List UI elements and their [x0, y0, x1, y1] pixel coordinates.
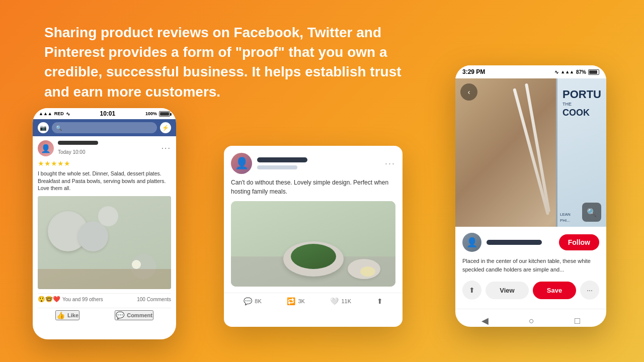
- fb-comment-button[interactable]: 💬 Comment: [115, 310, 153, 320]
- fb-reaction-summary: 😲🤓❤️ You and 99 others: [38, 296, 103, 303]
- pin-nav-back[interactable]: ◀: [481, 315, 489, 326]
- pin-follow-button[interactable]: Follow: [559, 234, 599, 250]
- tw-like-count: 11K: [341, 298, 351, 304]
- fb-more-options[interactable]: ···: [162, 144, 171, 153]
- pin-nav-home[interactable]: ○: [529, 316, 534, 326]
- tw-retweet-count: 3K: [298, 298, 304, 304]
- fb-navbar: 📷 🔍 ⚡: [33, 119, 176, 136]
- pin-scan-icon: 🔍: [587, 208, 597, 217]
- pin-more-options[interactable]: ···: [580, 281, 599, 300]
- pin-actions: ⬆ View Save ···: [462, 281, 599, 300]
- pin-back-button[interactable]: ‹: [460, 83, 477, 101]
- pin-scan-button[interactable]: 🔍: [582, 203, 601, 222]
- pin-book-subtitle: LEAN: [560, 212, 571, 217]
- tw-heart-icon: 🤍: [330, 297, 339, 305]
- pin-share-button[interactable]: ⬆: [462, 281, 481, 300]
- tw-stats: 💬 8K 🔁 3K 🤍 11K ⬆: [224, 293, 403, 309]
- pin-battery-pct: 87%: [576, 69, 586, 75]
- fb-plate-small: [98, 206, 118, 226]
- pin-name-bar: [487, 240, 542, 245]
- fb-status-left: ▲▲▲ RED ∿: [39, 111, 70, 117]
- fb-reactions: 😲🤓❤️ You and 99 others 100 Comments: [38, 293, 171, 305]
- fb-search-icon: 🔍: [56, 125, 62, 131]
- pin-chevron-left-icon: ‹: [468, 88, 470, 96]
- tw-comment-stat[interactable]: 💬 8K: [244, 297, 261, 305]
- pin-book-author: PHI...: [560, 218, 570, 223]
- fb-network-label: RED: [54, 111, 64, 116]
- tw-avatar-image: 👤: [235, 157, 249, 170]
- fb-post-header: 👤 Today 10:00 ···: [38, 140, 171, 156]
- fb-like-button[interactable]: 👍 Like: [55, 310, 79, 320]
- fb-like-icon: 👍: [56, 311, 65, 319]
- pin-book-title-portu: PORTU: [562, 88, 601, 101]
- fb-avatar: 👤: [38, 140, 54, 156]
- pin-wifi-icon: ∿: [554, 69, 558, 75]
- tw-comment-count: 8K: [255, 298, 261, 304]
- tw-bowl-inner-greens: [291, 244, 336, 269]
- fb-plate-medium: [78, 221, 108, 251]
- pin-status-bar: 3:29 PM ∿ ▲▲▲ 87%: [455, 65, 606, 78]
- pin-battery-fill: [589, 70, 597, 74]
- fb-comment-label: Comment: [127, 312, 152, 318]
- pin-battery-icon: [588, 69, 599, 75]
- fb-time: 10:01: [100, 110, 116, 117]
- pin-book-title-area: PORTU THE COOK: [562, 88, 601, 118]
- pin-post-header: 👤 Follow: [462, 233, 599, 252]
- fb-reaction-icons: 😲🤓❤️: [38, 296, 60, 303]
- fb-comment-count: 100 Comments: [137, 297, 171, 302]
- tw-bowl-scene: [231, 201, 395, 287]
- fb-like-label: Like: [67, 312, 78, 318]
- fb-name-bar: [58, 141, 98, 145]
- tw-lemon: [360, 266, 375, 277]
- fb-status-right: 100%: [145, 111, 170, 117]
- fb-wooden-board: [38, 269, 171, 289]
- tw-avatar: 👤: [231, 153, 252, 174]
- pin-post-image: PORTU THE COOK LEAN PHI... ‹ 🔍: [455, 78, 606, 227]
- tw-retweet-icon: 🔁: [287, 297, 295, 305]
- tw-review-text: Can't do without these. Lovely simple de…: [224, 178, 403, 201]
- fb-reaction-count: You and 99 others: [62, 297, 103, 302]
- tw-share-icon[interactable]: ⬆: [377, 297, 383, 305]
- tw-handle-bar: [257, 165, 297, 169]
- fb-avatar-image: 👤: [38, 140, 54, 156]
- fb-search-bar[interactable]: 🔍: [52, 122, 157, 133]
- fb-status-bar: ▲▲▲ RED ∿ 10:01 100%: [33, 108, 176, 119]
- pin-content-area: 👤 Follow Placed in the center of our kit…: [455, 227, 606, 306]
- pin-save-button[interactable]: Save: [533, 282, 576, 299]
- fb-camera-icon[interactable]: 📷: [38, 122, 49, 133]
- pin-nav-bar: ◀ ○ □: [455, 309, 606, 327]
- pin-user-info: [487, 240, 559, 245]
- fb-plate-scene: [38, 196, 171, 289]
- fb-actions: 👍 Like 💬 Comment: [38, 308, 171, 322]
- pin-book-title-cook: COOK: [562, 108, 601, 118]
- pin-nav-recents[interactable]: □: [575, 316, 580, 326]
- pin-view-button[interactable]: View: [486, 282, 529, 299]
- headline-text: Sharing product reviews on Facebook, Twi…: [44, 23, 417, 102]
- fb-comment-icon: 💬: [116, 311, 124, 319]
- fb-messenger-icon[interactable]: ⚡: [160, 122, 171, 133]
- facebook-phone: ▲▲▲ RED ∿ 10:01 100% 📷 🔍 ⚡ 👤 Today 10:00: [33, 108, 176, 339]
- twitter-post-card: 👤 ··· Can't do without these. Lovely sim…: [224, 146, 403, 327]
- tw-comment-icon: 💬: [244, 297, 252, 305]
- pin-description: Placed in the center of our kitchen tabl…: [462, 257, 599, 274]
- pin-time: 3:29 PM: [462, 68, 485, 75]
- tw-user-info: [257, 157, 385, 169]
- fb-battery-pct: 100%: [145, 111, 157, 116]
- fb-wifi-icon: ∿: [66, 111, 70, 117]
- pin-signal-icon: ▲▲▲: [560, 69, 574, 74]
- fb-star-rating: ★★★★★: [38, 159, 171, 167]
- pinterest-phone: 3:29 PM ∿ ▲▲▲ 87% PORTU THE COOK: [455, 65, 606, 327]
- tw-main-bowl: [283, 241, 344, 277]
- tw-like-stat[interactable]: 🤍 11K: [330, 297, 351, 305]
- pin-ellipsis-icon: ···: [587, 286, 593, 294]
- fb-signal-icon: ▲▲▲: [39, 111, 52, 116]
- tw-post-header: 👤 ···: [224, 146, 403, 178]
- fb-flower-decor: [132, 260, 141, 269]
- tw-retweet-stat[interactable]: 🔁 3K: [287, 297, 304, 305]
- pin-share-icon: ⬆: [469, 286, 475, 294]
- tw-more-options[interactable]: ···: [385, 158, 395, 169]
- pin-book-title-the: THE: [562, 102, 601, 107]
- fb-battery-icon: [159, 111, 170, 117]
- pin-avatar-image: 👤: [466, 237, 477, 248]
- fb-post-image: [38, 196, 171, 289]
